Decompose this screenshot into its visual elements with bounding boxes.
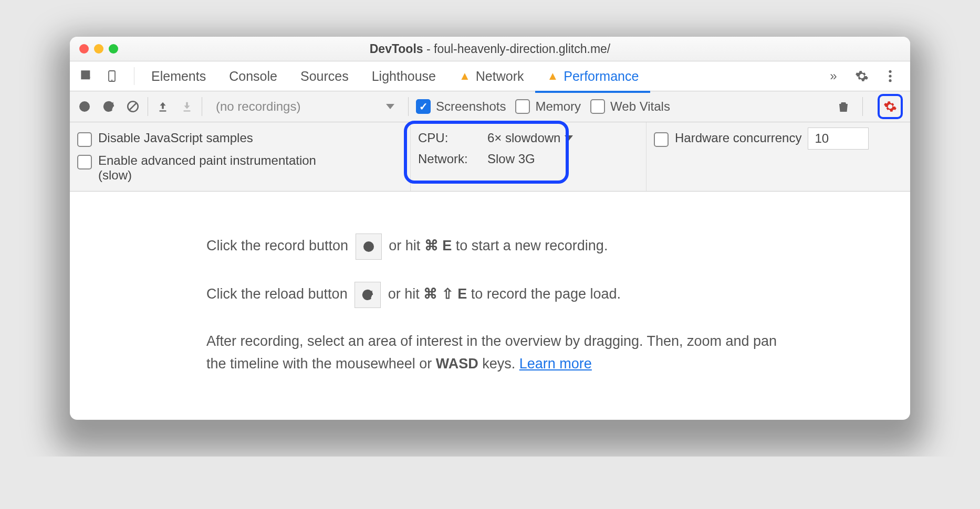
capture-settings-panel: Disable JavaScript samples Enable advanc… <box>70 122 910 192</box>
save-profile-icon[interactable] <box>180 99 194 114</box>
window-title: DevTools - foul-heavenly-direction.glitc… <box>370 42 611 56</box>
svg-rect-9 <box>184 110 191 111</box>
memory-checkbox[interactable]: Memory <box>515 99 581 114</box>
learn-more-link[interactable]: Learn more <box>519 356 592 372</box>
settings-gear-icon[interactable] <box>854 69 869 83</box>
screenshots-checkbox[interactable]: ✓Screenshots <box>416 99 506 114</box>
hardware-concurrency-input[interactable]: 10 <box>808 128 869 150</box>
tab-performance[interactable]: ▲Performance <box>535 59 650 93</box>
load-profile-icon[interactable] <box>155 99 170 114</box>
capture-settings-gear-icon[interactable] <box>878 94 903 119</box>
tab-console[interactable]: Console <box>217 61 289 91</box>
divider <box>408 97 409 116</box>
window-maximize-button[interactable] <box>109 44 118 54</box>
record-icon <box>356 234 382 260</box>
network-throttle-label: Network: <box>418 152 481 166</box>
chevron-down-icon <box>386 104 394 109</box>
divider <box>148 97 148 116</box>
tab-sources[interactable]: Sources <box>289 61 360 91</box>
svg-rect-1 <box>111 80 113 81</box>
window-close-button[interactable] <box>79 44 89 54</box>
recordings-dropdown[interactable]: (no recordings) <box>210 96 401 117</box>
tab-network[interactable]: ▲Network <box>447 61 535 91</box>
reload-icon <box>355 282 381 308</box>
chevron-down-icon <box>565 135 573 141</box>
performance-toolbar: (no recordings) ✓Screenshots Memory Web … <box>70 91 910 122</box>
window-minimize-button[interactable] <box>94 44 103 54</box>
kebab-menu-icon[interactable] <box>883 69 898 83</box>
record-button[interactable] <box>77 99 92 114</box>
svg-point-5 <box>79 101 90 112</box>
tab-elements[interactable]: Elements <box>140 61 217 91</box>
devtools-tabs: Elements Console Sources Lighthouse ▲Net… <box>70 61 910 91</box>
svg-point-4 <box>889 79 891 82</box>
divider <box>202 97 202 116</box>
warning-icon: ▲ <box>547 69 558 83</box>
warning-icon: ▲ <box>459 69 471 83</box>
device-toolbar-icon[interactable] <box>106 69 120 83</box>
tab-lighthouse[interactable]: Lighthouse <box>360 61 447 91</box>
cpu-throttle-select[interactable]: 6× slowdown <box>487 131 573 145</box>
svg-rect-8 <box>160 110 166 111</box>
more-tabs-icon[interactable]: » <box>826 69 841 83</box>
hardware-concurrency-checkbox[interactable]: Hardware concurrency <box>654 128 801 150</box>
network-throttle-select[interactable]: Slow 3G <box>487 152 535 166</box>
advanced-paint-checkbox[interactable]: Enable advanced paint instrumentation (s… <box>77 150 403 186</box>
svg-point-2 <box>889 70 891 73</box>
disable-js-samples-checkbox[interactable]: Disable JavaScript samples <box>77 128 403 150</box>
svg-line-7 <box>130 103 137 110</box>
webvitals-checkbox[interactable]: Web Vitals <box>590 99 670 114</box>
trash-icon[interactable] <box>836 99 851 114</box>
cpu-throttle-label: CPU: <box>418 131 481 145</box>
clear-icon[interactable] <box>126 99 140 114</box>
svg-point-10 <box>363 241 374 252</box>
svg-point-3 <box>889 75 891 77</box>
performance-empty-state: Click the record button or hit ⌘ E to st… <box>70 192 784 375</box>
window-titlebar: DevTools - foul-heavenly-direction.glitc… <box>70 37 910 61</box>
inspect-element-icon[interactable] <box>79 69 94 83</box>
reload-record-button[interactable] <box>101 99 116 114</box>
